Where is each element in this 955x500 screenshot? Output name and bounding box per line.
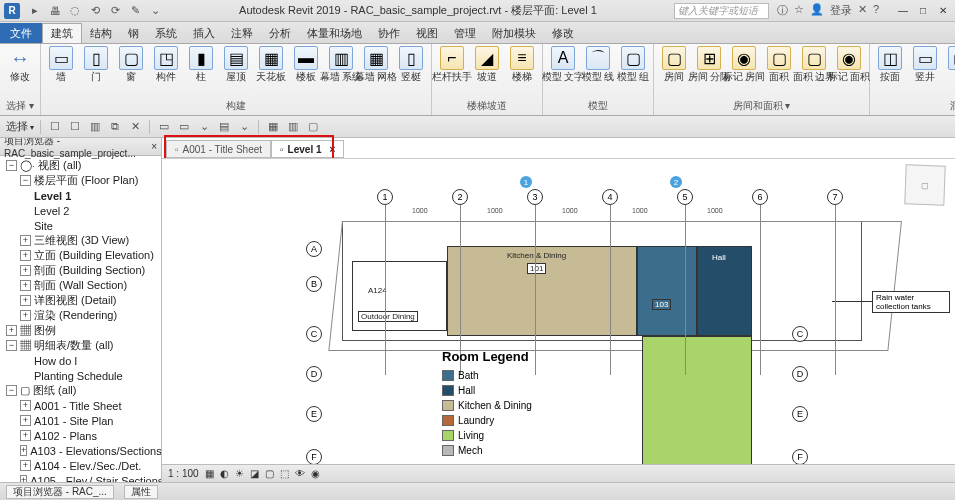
opt-icon[interactable]: ▦ [265, 119, 281, 135]
ribbon-tab-systems[interactable]: 系统 [147, 23, 185, 43]
ribbon-tab-architecture[interactable]: 建筑 [42, 23, 82, 43]
tree-item[interactable]: +立面 (Building Elevation) [0, 248, 161, 263]
ribbon-button[interactable]: ▢面积 边界 [798, 46, 830, 82]
grid-bubble[interactable]: 4 [602, 189, 618, 205]
opt-icon[interactable]: ⌄ [236, 119, 252, 135]
section-marker[interactable]: 2 [670, 176, 682, 188]
tree-expander-icon[interactable]: − [20, 175, 31, 186]
signin-icon[interactable]: 👤 [810, 3, 824, 18]
ribbon-button[interactable]: ◉标记 房间 [728, 46, 760, 82]
tree-expander-icon[interactable]: + [6, 325, 17, 336]
ribbon-tab-structure[interactable]: 结构 [82, 23, 120, 43]
visual-style-icon[interactable]: ◐ [220, 468, 229, 479]
ribbon-button[interactable]: ▯竖梃 [395, 46, 427, 82]
ribbon-button[interactable]: ▤屋顶 [220, 46, 252, 82]
ribbon-button[interactable]: ▢模型 组 [617, 46, 649, 82]
file-tab[interactable]: 文件 [0, 23, 42, 43]
tree-item[interactable]: +A101 - Site Plan [0, 413, 161, 428]
grid-bubble[interactable]: 2 [452, 189, 468, 205]
opt-icon[interactable]: ⌄ [196, 119, 212, 135]
qat-sync-icon[interactable]: ◌ [68, 4, 82, 18]
grid-bubble[interactable]: E [792, 406, 808, 422]
tree-expander-icon[interactable]: + [20, 295, 31, 306]
qat-redo-icon[interactable]: ⟳ [108, 4, 122, 18]
scale-label[interactable]: 1 : 100 [168, 468, 199, 479]
minimize-button[interactable]: — [895, 5, 911, 16]
ribbon-button[interactable]: ◉标记 面积 [833, 46, 865, 82]
ribbon-tab-collaborate[interactable]: 协作 [370, 23, 408, 43]
tree-item[interactable]: Level 2 [0, 203, 161, 218]
ribbon-button[interactable]: ▥幕墙 系统 [325, 46, 357, 82]
section-marker[interactable]: 1 [520, 176, 532, 188]
opt-icon[interactable]: ▥ [87, 119, 103, 135]
ribbon-tab-massing[interactable]: 体量和场地 [299, 23, 370, 43]
tree-expander-icon[interactable]: + [20, 250, 31, 261]
tree-item[interactable]: +A103 - Elevations/Sections [0, 443, 161, 458]
opt-icon[interactable]: ▤ [216, 119, 232, 135]
opt-icon[interactable]: ⧉ [107, 119, 123, 135]
opt-icon[interactable]: ☐ [67, 119, 83, 135]
shadows-icon[interactable]: ◪ [250, 468, 259, 479]
ribbon-button[interactable]: ≡楼梯 [506, 46, 538, 82]
qat-open-icon[interactable]: ▸ [28, 4, 42, 18]
tree-expander-icon[interactable]: − [6, 160, 17, 171]
tree-item[interactable]: Planting Schedule [0, 368, 161, 383]
grid-bubble[interactable]: 7 [827, 189, 843, 205]
tree-expander-icon[interactable]: − [6, 340, 17, 351]
tree-item[interactable]: +▦ 图例 [0, 323, 161, 338]
tree-item[interactable]: +A104 - Elev./Sec./Det. [0, 458, 161, 473]
opt-icon[interactable]: ✕ [127, 119, 143, 135]
tree-expander-icon[interactable]: + [20, 265, 31, 276]
tree-item[interactable]: −楼层平面 (Floor Plan) [0, 173, 161, 188]
select-dropdown[interactable]: 选择 [6, 119, 34, 134]
grid-bubble[interactable]: F [306, 449, 322, 465]
crop-region-icon[interactable]: ⬚ [280, 468, 289, 479]
grid-bubble[interactable]: 6 [752, 189, 768, 205]
reveal-icon[interactable]: ◉ [311, 468, 320, 479]
tree-expander-icon[interactable]: + [20, 460, 31, 471]
tree-item[interactable]: How do I [0, 353, 161, 368]
status-tab-properties[interactable]: 属性 [124, 485, 158, 499]
info-icon[interactable]: ⓘ [777, 3, 788, 18]
ribbon-button[interactable]: ▢面积 [763, 46, 795, 82]
tree-expander-icon[interactable]: + [20, 415, 31, 426]
ribbon-tab-manage[interactable]: 管理 [446, 23, 484, 43]
tree-item[interactable]: +三维视图 (3D View) [0, 233, 161, 248]
ribbon-tab-analyze[interactable]: 分析 [261, 23, 299, 43]
tree-expander-icon[interactable]: + [20, 430, 31, 441]
tree-expander-icon[interactable]: − [6, 385, 17, 396]
ribbon-button[interactable]: ▭墙 [45, 46, 77, 82]
tree-item[interactable]: +A105 - Elev./ Stair Sections [0, 473, 161, 482]
ribbon-button[interactable]: ⌒模型 线 [582, 46, 614, 82]
signin-label[interactable]: 登录 [830, 3, 852, 18]
tree-item[interactable]: +详图视图 (Detail) [0, 293, 161, 308]
qat-undo-icon[interactable]: ⟲ [88, 4, 102, 18]
ribbon-button[interactable]: ▬楼板 [290, 46, 322, 82]
tree-expander-icon[interactable]: + [20, 235, 31, 246]
ribbon-tab-view[interactable]: 视图 [408, 23, 446, 43]
ribbon-tab-annotate[interactable]: 注释 [223, 23, 261, 43]
ribbon-button[interactable]: ◫按面 [874, 46, 906, 82]
grid-bubble[interactable]: E [306, 406, 322, 422]
close-button[interactable]: ✕ [935, 5, 951, 16]
tree-item[interactable]: +A102 - Plans [0, 428, 161, 443]
grid-bubble[interactable]: 3 [527, 189, 543, 205]
drawing-canvas[interactable]: ▢ Outdoor Dining Kitchen & Dining Hall A… [162, 158, 955, 482]
ribbon-button[interactable]: ▦幕墙 网格 [360, 46, 392, 82]
tree-item[interactable]: −▦ 明细表/数量 (all) [0, 338, 161, 353]
star-icon[interactable]: ☆ [794, 3, 804, 18]
tree-expander-icon[interactable]: + [20, 475, 27, 482]
detail-level-icon[interactable]: ▦ [205, 468, 214, 479]
grid-bubble[interactable]: 1 [377, 189, 393, 205]
qat-dropdown-icon[interactable]: ⌄ [148, 4, 162, 18]
qat-print-icon[interactable]: 🖶 [48, 4, 62, 18]
ribbon-button[interactable]: ⌐栏杆扶手 [436, 46, 468, 82]
ribbon-button[interactable]: ▦天花板 [255, 46, 287, 82]
grid-bubble[interactable]: 5 [677, 189, 693, 205]
maximize-button[interactable]: □ [915, 5, 931, 16]
status-tab-browser[interactable]: 项目浏览器 - RAC_... [6, 485, 114, 499]
tree-item[interactable]: −◯⸱ 视图 (all) [0, 158, 161, 173]
ribbon-button[interactable]: ▢房间 [658, 46, 690, 82]
tree-item[interactable]: +A001 - Title Sheet [0, 398, 161, 413]
ribbon-tab-steel[interactable]: 钢 [120, 23, 147, 43]
